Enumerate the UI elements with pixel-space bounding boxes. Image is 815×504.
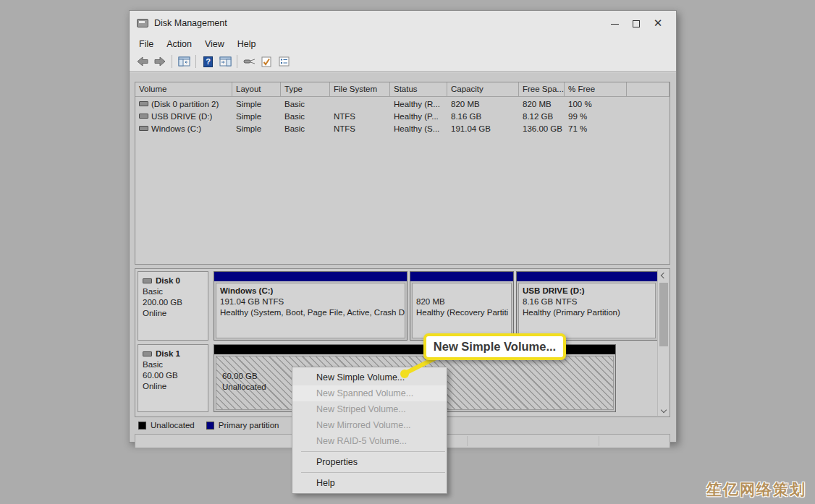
cell-free: 136.00 GB — [519, 121, 565, 134]
maximize-icon — [633, 20, 640, 27]
legend-label: Primary partition — [219, 421, 279, 430]
menu-item-properties[interactable]: Properties — [292, 454, 447, 470]
col-file-system[interactable]: File System — [330, 82, 390, 97]
col-capacity[interactable]: Capacity — [447, 82, 519, 97]
cell-type: Basic — [281, 97, 330, 109]
cell-fs: NTFS — [330, 109, 390, 121]
volume-list-panel: Volume Layout Type File System Status Ca… — [135, 82, 670, 265]
partition-size: 191.04 GB NTFS — [220, 296, 401, 307]
volume-list-header: Volume Layout Type File System Status Ca… — [135, 82, 670, 97]
volume-row-usb-drive[interactable]: USB DRIVE (D:) Simple Basic NTFS Healthy… — [135, 109, 670, 121]
volume-row-disk0-partition2[interactable]: (Disk 0 partition 2) Simple Basic Health… — [135, 97, 670, 109]
volume-row-windows-c[interactable]: Windows (C:) Simple Basic NTFS Healthy (… — [135, 121, 670, 134]
menu-item-help[interactable]: Help — [292, 475, 447, 491]
title-bar: Disk Management ✕ — [130, 11, 676, 35]
menu-help[interactable]: Help — [231, 38, 263, 51]
col-type[interactable]: Type — [281, 82, 330, 97]
legend-unallocated: Unallocated — [138, 421, 195, 430]
toolbar-separator — [237, 55, 237, 68]
partition-label: USB DRIVE (D:) — [523, 286, 651, 296]
disk-icon — [143, 351, 152, 356]
cell-type: Basic — [281, 109, 330, 121]
cell-volume: Windows (C:) — [151, 124, 201, 133]
disk-state: Online — [143, 381, 203, 392]
scroll-down-button[interactable] — [658, 404, 669, 416]
cell-pct-free: 100 % — [565, 97, 627, 109]
partition-color-bar — [517, 272, 657, 281]
cell-status: Healthy (R... — [390, 97, 447, 109]
cell-layout: Simple — [232, 121, 281, 134]
help-icon[interactable]: ? — [199, 54, 216, 69]
col-layout[interactable]: Layout — [232, 82, 281, 97]
pointer-tool-icon[interactable] — [240, 54, 258, 69]
disk1-label[interactable]: Disk 1 Basic 60.00 GB Online — [138, 344, 208, 412]
col-pct-free[interactable]: % Free — [565, 82, 627, 97]
menu-item-new-simple-volume[interactable]: New Simple Volume... — [292, 370, 447, 385]
col-volume[interactable]: Volume — [135, 82, 232, 97]
volume-icon — [139, 114, 148, 119]
vertical-scrollbar[interactable] — [657, 270, 669, 416]
cell-volume: (Disk 0 partition 2) — [151, 100, 219, 108]
menu-action[interactable]: Action — [160, 38, 198, 51]
scroll-up-button[interactable] — [658, 270, 669, 281]
cell-capacity: 820 MB — [447, 97, 519, 109]
cell-free: 8.12 GB — [519, 109, 565, 121]
disk-size: 200.00 GB — [143, 297, 203, 308]
cell-status: Healthy (P... — [390, 109, 447, 121]
cell-capacity: 8.16 GB — [447, 109, 519, 121]
console-tree-icon[interactable] — [175, 54, 193, 69]
col-status[interactable]: Status — [390, 82, 447, 97]
cell-status: Healthy (S... — [390, 121, 447, 134]
check-document-icon[interactable] — [258, 54, 275, 69]
action-pane-icon[interactable] — [216, 54, 234, 69]
primary-partition-swatch — [206, 422, 214, 430]
context-menu: New Simple Volume... New Spanned Volume.… — [292, 367, 447, 494]
callout-new-simple-volume: New Simple Volume... — [423, 333, 566, 360]
volume-icon — [139, 101, 148, 106]
partition-recovery[interactable]: 820 MB Healthy (Recovery Partiti — [410, 271, 514, 341]
toolbar-separator — [195, 55, 196, 68]
unallocated-swatch — [138, 422, 146, 430]
statusbar-divider — [599, 436, 599, 446]
close-button[interactable]: ✕ — [647, 17, 669, 30]
disk-kind: Basic — [143, 359, 203, 370]
partition-windows-c[interactable]: Windows (C:) 191.04 GB NTFS Healthy (Sys… — [214, 271, 408, 341]
partition-color-bar — [410, 272, 513, 281]
cell-free: 820 MB — [519, 97, 565, 109]
minimize-button[interactable] — [604, 17, 625, 29]
cell-type: Basic — [281, 121, 330, 134]
forward-icon[interactable] — [151, 54, 169, 69]
cell-layout: Simple — [232, 109, 281, 121]
col-filler — [627, 82, 670, 97]
volume-icon — [139, 126, 148, 131]
maximize-button[interactable] — [625, 17, 647, 29]
partition-status: Healthy (System, Boot, Page File, Active… — [220, 307, 401, 318]
cell-fs — [330, 97, 390, 109]
chevron-down-icon — [660, 407, 666, 413]
disk-name: Disk 0 — [156, 276, 180, 286]
col-free-space[interactable]: Free Spa... — [519, 82, 565, 97]
cell-pct-free: 71 % — [565, 121, 627, 134]
disk-kind: Basic — [143, 286, 203, 297]
properties-list-icon[interactable] — [275, 54, 292, 69]
menu-view[interactable]: View — [198, 38, 231, 51]
cell-pct-free: 99 % — [565, 109, 627, 121]
cell-layout: Simple — [232, 97, 281, 109]
disk0-label[interactable]: Disk 0 Basic 200.00 GB Online — [138, 271, 208, 341]
disk-size: 60.00 GB — [143, 370, 203, 381]
legend-primary-partition: Primary partition — [206, 421, 279, 430]
partition-usb-drive[interactable]: USB DRIVE (D:) 8.16 GB NTFS Healthy (Pri… — [516, 271, 658, 341]
disk-icon — [143, 278, 152, 283]
partition-size: 820 MB — [416, 296, 507, 307]
legend-label: Unallocated — [151, 421, 195, 430]
menu-separator — [301, 472, 445, 473]
app-icon — [137, 19, 148, 27]
back-icon[interactable] — [134, 54, 151, 69]
cell-volume: USB DRIVE (D:) — [151, 112, 212, 121]
menu-file[interactable]: File — [132, 38, 160, 51]
scrollbar-thumb[interactable] — [659, 283, 668, 346]
toolbar-separator — [172, 55, 172, 68]
partition-status: Healthy (Recovery Partiti — [416, 307, 507, 318]
cell-fs: NTFS — [330, 121, 390, 134]
chevron-up-icon — [660, 273, 666, 278]
